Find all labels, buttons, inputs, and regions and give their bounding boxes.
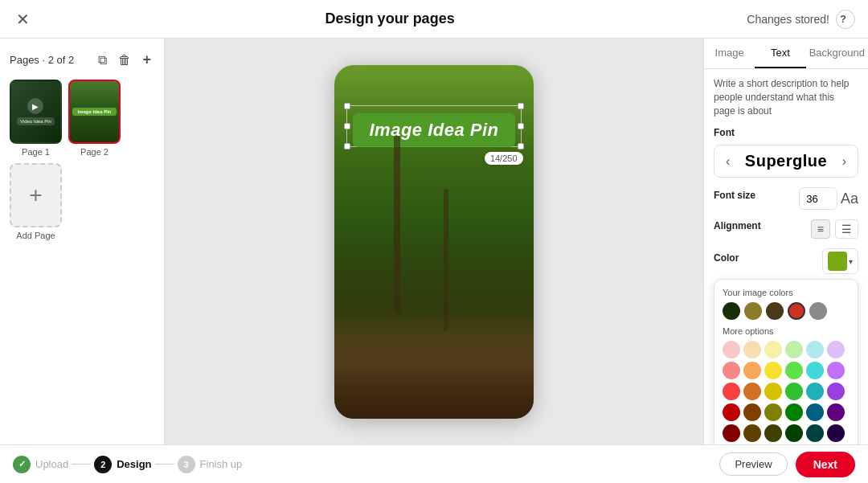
step-2-circle: 2	[94, 456, 112, 473]
color-label: Color	[714, 252, 739, 264]
tab-image[interactable]: Image	[704, 39, 755, 68]
color-pastel-orange[interactable]	[743, 341, 761, 358]
handle-tl[interactable]	[344, 103, 350, 109]
font-size-icon: Aa	[841, 190, 858, 207]
color-teal[interactable]	[806, 383, 824, 400]
color-pastel-yellow[interactable]	[764, 341, 782, 358]
text-overlay-content: Image Idea Pin	[369, 120, 498, 140]
color-light-teal[interactable]	[806, 362, 824, 379]
font-size-input[interactable]	[799, 187, 837, 210]
color-light-green[interactable]	[785, 362, 803, 379]
image-color-1[interactable]	[723, 302, 740, 320]
panel-body: Write a short description to help people…	[704, 69, 868, 444]
step-design: 2 Design	[94, 456, 151, 473]
page-thumb-2[interactable]: Image Idea Pin Page 2	[68, 80, 121, 157]
tab-background[interactable]: Background	[806, 39, 868, 68]
color-dark-red[interactable]	[723, 403, 740, 421]
color-light-red[interactable]	[723, 362, 740, 379]
color-dark-teal[interactable]	[806, 403, 824, 421]
delete-page-button[interactable]: 🗑	[115, 51, 134, 69]
image-color-3[interactable]	[766, 302, 784, 320]
color-picker-popup: Your image colors More options	[714, 279, 858, 444]
phone-mockup: Image Idea Pin 14/250	[334, 65, 534, 419]
top-bar-right: Changes stored! ?	[747, 10, 855, 29]
tree-trunk-2	[444, 189, 448, 330]
phone-background: Image Idea Pin 14/250	[334, 65, 534, 419]
color-yellow[interactable]	[764, 383, 782, 400]
add-page-box: +	[10, 163, 62, 227]
color-row: Color ▾	[714, 248, 858, 274]
text-overlay-container[interactable]: Image Idea Pin 14/250	[353, 113, 514, 147]
pages-header-icons: ⧉ 🗑 +	[95, 50, 154, 70]
color-swatch-button[interactable]: ▾	[822, 248, 858, 274]
step-3-num: 3	[183, 460, 188, 469]
color-swatch	[828, 252, 847, 271]
step-1-label: Upload	[35, 458, 68, 470]
color-pastel-cyan[interactable]	[806, 341, 824, 358]
font-size-row: Font size Aa	[714, 187, 858, 210]
color-maroon[interactable]	[723, 424, 740, 442]
handle-ml[interactable]	[344, 123, 350, 129]
font-prev-button[interactable]: ‹	[723, 154, 733, 169]
font-selector[interactable]: ‹ Superglue ›	[714, 145, 858, 178]
color-dark-purple[interactable]	[827, 403, 845, 421]
duplicate-page-button[interactable]: ⧉	[95, 51, 110, 69]
color-indigo[interactable]	[827, 424, 845, 442]
step-upload: ✓ Upload	[13, 456, 68, 473]
font-size-label: Font size	[714, 190, 755, 201]
color-pastel-green[interactable]	[785, 341, 803, 358]
image-color-5[interactable]	[809, 302, 827, 320]
font-next-button[interactable]: ›	[839, 154, 850, 169]
handle-tr[interactable]	[518, 103, 524, 109]
right-panel: Image Text Background Write a short desc…	[703, 39, 868, 444]
image-color-2[interactable]	[744, 302, 762, 320]
top-bar: ✕ Design your pages Changes stored! ?	[0, 0, 868, 39]
color-pastel-red[interactable]	[723, 341, 740, 358]
help-button[interactable]: ?	[836, 10, 855, 29]
color-dark-olive[interactable]	[764, 424, 782, 442]
tab-text[interactable]: Text	[755, 39, 805, 68]
color-grid	[723, 341, 850, 444]
color-light-yellow[interactable]	[764, 362, 782, 379]
thumb-2-label: Image Idea Pin	[72, 108, 116, 116]
pages-label: Pages · 2 of 2	[10, 54, 74, 66]
color-orange[interactable]	[743, 383, 761, 400]
next-button[interactable]: Next	[796, 452, 855, 477]
thumb-1-label: Video Idea Pin	[17, 117, 55, 125]
step-2-label: Design	[117, 458, 151, 470]
handle-mr[interactable]	[518, 123, 524, 129]
color-red[interactable]	[723, 383, 740, 400]
add-page-icon-button[interactable]: +	[139, 50, 154, 70]
color-dark-orange[interactable]	[743, 403, 761, 421]
color-light-purple[interactable]	[827, 362, 845, 379]
color-green[interactable]	[785, 383, 803, 400]
tree-trunk-1	[394, 136, 400, 313]
color-brown[interactable]	[743, 424, 761, 442]
thumb-image-1: ▶ Video Idea Pin	[10, 80, 62, 144]
preview-button[interactable]: Preview	[719, 452, 787, 476]
color-light-orange[interactable]	[743, 362, 761, 379]
color-dark-cyan[interactable]	[806, 424, 824, 442]
bottom-right-buttons: Preview Next	[719, 452, 855, 477]
color-purple[interactable]	[827, 383, 845, 400]
color-dark-green[interactable]	[785, 403, 803, 421]
panel-description: Write a short description to help people…	[714, 77, 858, 117]
page-thumbnails: ▶ Video Idea Pin Page 1 Image Idea Pin P…	[6, 76, 158, 244]
add-page-thumb[interactable]: + Add Page	[10, 163, 62, 240]
forest-overlay	[334, 224, 534, 419]
close-button[interactable]: ✕	[13, 8, 33, 31]
step-divider-1	[72, 464, 91, 465]
add-icon: +	[29, 182, 42, 208]
panel-tabs: Image Text Background	[704, 39, 868, 69]
handle-bl[interactable]	[344, 143, 350, 149]
color-pastel-purple[interactable]	[827, 341, 845, 358]
image-color-4[interactable]	[788, 302, 805, 320]
page-thumb-1[interactable]: ▶ Video Idea Pin Page 1	[10, 80, 62, 157]
color-olive[interactable]	[764, 403, 782, 421]
align-right-button[interactable]: ☰	[835, 219, 858, 239]
color-forest[interactable]	[785, 424, 803, 442]
bottom-bar: ✓ Upload 2 Design 3 Finish up Preview Ne…	[0, 444, 868, 483]
step-3-label: Finish up	[200, 458, 243, 470]
align-left-button[interactable]: ≡	[811, 219, 830, 239]
handle-br[interactable]	[518, 143, 524, 149]
